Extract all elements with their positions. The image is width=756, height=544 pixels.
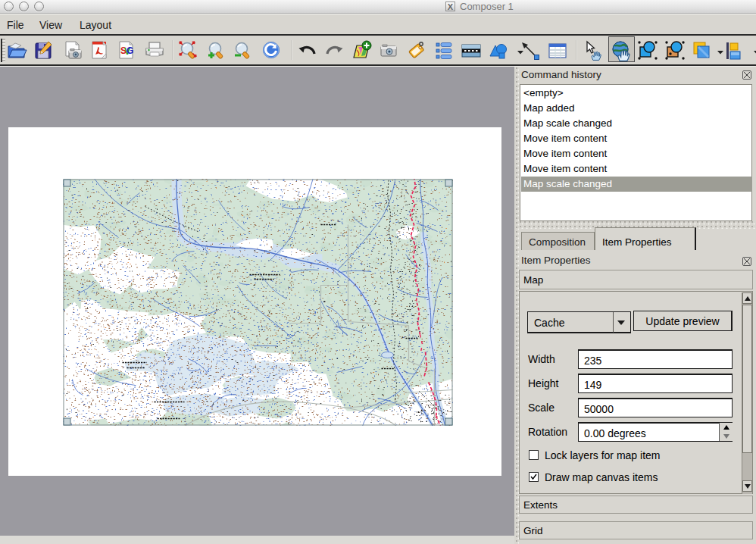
svg-text:G: G bbox=[127, 45, 133, 56]
